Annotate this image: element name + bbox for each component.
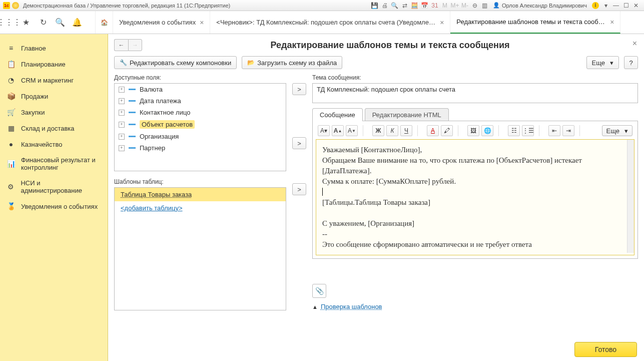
available-fields-list[interactable]: +Валюта +Дата платежа +Контактное лицо +… bbox=[114, 83, 286, 171]
dropdown-icon[interactable]: ▾ bbox=[602, 2, 610, 10]
more-button[interactable]: Еще▾ bbox=[586, 56, 619, 69]
search-icon[interactable]: 🔍 bbox=[55, 18, 65, 28]
text-color-button[interactable]: А bbox=[427, 125, 439, 136]
sidebar-item-label: Главное bbox=[21, 45, 46, 52]
maximize-icon[interactable]: ☐ bbox=[622, 2, 630, 10]
minimize-icon[interactable]: — bbox=[612, 2, 620, 10]
subject-input[interactable]: ТД Комплексный: подошел срок оплаты счет… bbox=[312, 83, 638, 103]
forward-button[interactable]: → bbox=[128, 39, 142, 51]
page-close-icon[interactable]: × bbox=[632, 39, 637, 48]
sidebar-item-warehouse[interactable]: ▦Склад и доставка bbox=[0, 120, 108, 136]
font-button[interactable]: A▾ bbox=[318, 125, 330, 136]
back-button[interactable]: ← bbox=[114, 39, 128, 51]
field-row[interactable]: +Партнер bbox=[115, 142, 286, 154]
insert-table-button[interactable]: > bbox=[292, 183, 306, 195]
calc-icon[interactable]: 🧮 bbox=[411, 2, 419, 10]
indent-button[interactable]: ⇥ bbox=[562, 125, 574, 136]
sidebar-item-purchases[interactable]: 🛒Закупки bbox=[0, 104, 108, 120]
expand-icon[interactable]: + bbox=[119, 145, 125, 151]
field-icon bbox=[129, 100, 136, 102]
save-icon[interactable]: 💾 bbox=[371, 2, 379, 10]
sidebar-item-crm[interactable]: ◔CRM и маркетинг bbox=[0, 72, 108, 88]
calendar-icon[interactable]: 📅 bbox=[421, 2, 429, 10]
expand-icon[interactable]: + bbox=[119, 87, 125, 93]
close-window-icon[interactable]: ✕ bbox=[632, 2, 640, 10]
edit-scheme-button[interactable]: 🔧Редактировать схему компоновки bbox=[114, 56, 237, 69]
sidebar-item-planning[interactable]: 📋Планирование bbox=[0, 56, 108, 72]
tab-events[interactable]: Уведомления о событиях × bbox=[113, 11, 210, 34]
home-tab[interactable]: 🏠 bbox=[95, 11, 113, 34]
tab-html[interactable]: Редактирование HTML bbox=[365, 108, 449, 121]
button-label: Готово bbox=[595, 345, 616, 353]
editor-body[interactable]: Уважаемый [КонтактноеЛицо], Обращаем Ваш… bbox=[316, 139, 634, 255]
history-icon[interactable]: ↻ bbox=[38, 18, 48, 28]
field-name: Контактное лицо bbox=[140, 109, 190, 116]
field-row[interactable]: +Дата платежа bbox=[115, 95, 286, 107]
insert-subject-button[interactable]: > bbox=[292, 137, 306, 149]
sidebar-item-treasury[interactable]: ●Казначейство bbox=[0, 136, 108, 152]
tab-edit-templates[interactable]: Редактирование шаблонов темы и текста со… bbox=[450, 11, 620, 34]
scrollbar[interactable] bbox=[627, 140, 634, 253]
bold-button[interactable]: Ж bbox=[372, 125, 384, 136]
bell-icon[interactable]: 🔔 bbox=[72, 18, 82, 28]
highlight-button[interactable]: 🖍 bbox=[441, 125, 453, 136]
expand-icon[interactable]: + bbox=[119, 98, 125, 104]
close-icon[interactable]: × bbox=[610, 18, 614, 26]
list-num-button[interactable]: ☷ bbox=[508, 125, 520, 136]
list-bullet-button[interactable]: ⋮☰ bbox=[522, 125, 534, 136]
apps-icon[interactable]: ⋮⋮⋮ bbox=[4, 18, 14, 28]
template-row[interactable]: Таблица Товары заказа bbox=[115, 188, 286, 201]
expand-icon[interactable]: + bbox=[119, 110, 125, 116]
insert-field-button[interactable]: > bbox=[292, 83, 306, 95]
field-row[interactable]: +Объект расчетов bbox=[115, 118, 286, 131]
app-menu-icon[interactable] bbox=[12, 2, 19, 9]
link-button[interactable]: 🌐 bbox=[481, 125, 493, 136]
m-icon[interactable]: M bbox=[441, 2, 449, 10]
sidebar-item-main[interactable]: ≡Главное bbox=[0, 40, 108, 56]
panels: Доступные поля: +Валюта +Дата платежа +К… bbox=[114, 74, 638, 310]
subject-value: ТД Комплексный: подошел срок оплаты счет… bbox=[317, 86, 455, 93]
editor-more-button[interactable]: Еще▾ bbox=[602, 125, 632, 136]
cart-icon: 🛒 bbox=[7, 108, 15, 116]
outdent-button[interactable]: ⇤ bbox=[548, 125, 560, 136]
preview-icon[interactable]: 🔍 bbox=[391, 2, 399, 10]
date-icon[interactable]: 31 bbox=[431, 2, 439, 10]
info-icon[interactable]: i bbox=[592, 2, 599, 9]
field-row[interactable]: +Контактное лицо bbox=[115, 107, 286, 118]
help-button[interactable]: ? bbox=[624, 56, 638, 69]
ready-button[interactable]: Готово bbox=[574, 342, 637, 357]
expand-icon[interactable]: + bbox=[119, 122, 125, 128]
user-block[interactable]: 👤 Орлов Александр Владимирович bbox=[493, 2, 587, 9]
m-plus-icon[interactable]: M+ bbox=[451, 2, 459, 10]
add-template-link[interactable]: <добавить таблицу> bbox=[115, 201, 286, 215]
sidebar-item-sales[interactable]: 📦Продажи bbox=[0, 88, 108, 104]
font-shrink-button[interactable]: A▼ bbox=[346, 125, 358, 136]
sidebar-item-events[interactable]: 🏅Уведомления о событиях bbox=[0, 198, 108, 214]
sidebar-item-label: НСИ и администрирование bbox=[21, 179, 101, 194]
table-templates-list[interactable]: Таблица Товары заказа <добавить таблицу> bbox=[114, 187, 286, 310]
tab-draft[interactable]: <Черновик>: ТД Комплексный: подошел срок… bbox=[210, 11, 450, 34]
panels-icon[interactable]: ▥ bbox=[481, 2, 489, 10]
zoom-out-icon[interactable]: ⊖ bbox=[471, 2, 479, 10]
close-icon[interactable]: × bbox=[440, 19, 444, 27]
print-icon[interactable]: 🖨 bbox=[381, 2, 389, 10]
sidebar-item-finresult[interactable]: 📊Финансовый результат и контроллинг bbox=[0, 152, 108, 175]
sidebar-item-nsi[interactable]: ⚙НСИ и администрирование bbox=[0, 175, 108, 198]
compare-icon[interactable]: ⇄ bbox=[401, 2, 409, 10]
check-templates-link[interactable]: ▲ Проверка шаблонов bbox=[312, 303, 638, 310]
italic-button[interactable]: К bbox=[386, 125, 398, 136]
star-icon[interactable]: ★ bbox=[21, 18, 31, 28]
body-line: -- bbox=[322, 229, 628, 239]
field-row[interactable]: +Организация bbox=[115, 131, 286, 142]
close-icon[interactable]: × bbox=[200, 19, 204, 27]
attach-button[interactable]: 📎 bbox=[312, 284, 326, 298]
underline-button[interactable]: Ч bbox=[400, 125, 412, 136]
tab-message[interactable]: Сообщение bbox=[312, 108, 363, 121]
body-line: С уважением, [Организация] bbox=[322, 218, 628, 229]
field-row[interactable]: +Валюта bbox=[115, 84, 286, 95]
image-button[interactable]: 🖼 bbox=[467, 125, 479, 136]
expand-icon[interactable]: + bbox=[119, 134, 125, 140]
m-minus-icon[interactable]: M- bbox=[461, 2, 469, 10]
load-scheme-button[interactable]: 📂Загрузить схему из файла bbox=[242, 56, 342, 69]
font-grow-button[interactable]: A▲ bbox=[332, 125, 344, 136]
